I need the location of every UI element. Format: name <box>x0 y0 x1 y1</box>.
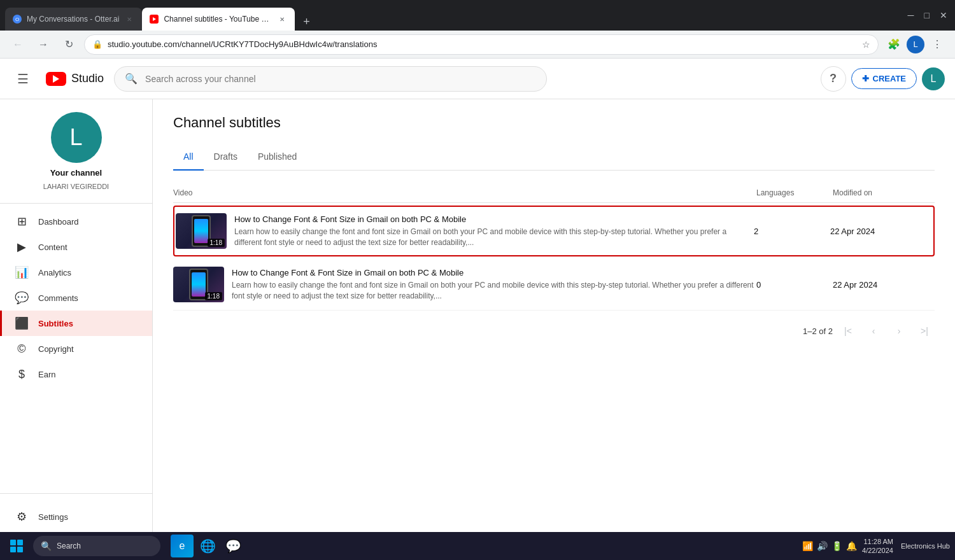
last-page-button[interactable]: >| <box>914 321 935 341</box>
extensions-button[interactable]: 🧩 <box>884 34 904 55</box>
studio-text: Studio <box>71 72 104 85</box>
chrome-icon: 🌐 <box>200 538 216 554</box>
taskbar-search[interactable]: 🔍 Search <box>33 536 160 556</box>
sidebar: L Your channel LAHARI VEGIREDDI ⊞ Dashbo… <box>0 99 153 560</box>
forward-button[interactable]: → <box>33 34 53 55</box>
modified-date-1: 22 Apr 2024 <box>830 227 932 236</box>
dashboard-icon: ⊞ <box>15 215 28 228</box>
notification-icon: 🔔 <box>846 541 857 551</box>
sidebar-item-earn[interactable]: $ Earn <box>0 361 152 387</box>
tab-youtube-studio[interactable]: Channel subtitles - YouTube St... ✕ <box>142 8 295 31</box>
lang-count-1: 2 <box>754 227 830 236</box>
channel-name: Your channel <box>50 168 102 178</box>
tab-close-yt[interactable]: ✕ <box>277 14 287 24</box>
analytics-icon: 📊 <box>15 266 28 279</box>
channel-avatar[interactable]: L <box>51 112 102 163</box>
channel-handle: LAHARI VEGIREDDI <box>43 183 109 190</box>
taskbar: 🔍 Search e 🌐 💬 📶 🔊 🔋 🔔 11:28 AM 4/22/202… <box>0 532 955 560</box>
brand-label: Electronics Hub <box>901 542 950 550</box>
sidebar-item-comments[interactable]: 💬 Comments <box>0 285 152 311</box>
taskbar-search-text: Search <box>57 542 81 550</box>
video-thumbnail-2: 1:18 <box>173 267 224 302</box>
video-desc-1: Learn how to easily change the font and … <box>234 227 754 248</box>
sidebar-label-subtitles: Subtitles <box>38 319 73 328</box>
tab-otter[interactable]: O My Conversations - Otter.ai ✕ <box>5 8 142 31</box>
volume-icon: 🔊 <box>817 541 828 551</box>
subtitles-icon: ⬛ <box>15 317 28 330</box>
main-layout: L Your channel LAHARI VEGIREDDI ⊞ Dashbo… <box>0 99 955 560</box>
create-button[interactable]: ✚ CREATE <box>851 68 917 89</box>
prev-page-button[interactable]: ‹ <box>863 321 884 341</box>
reload-button[interactable]: ↻ <box>59 34 79 55</box>
wifi-icon: 📶 <box>802 541 813 551</box>
taskbar-apps: e 🌐 💬 <box>171 535 244 557</box>
close-window-button[interactable]: ✕ <box>937 8 950 23</box>
search-icon: 🔍 <box>125 73 138 85</box>
sidebar-item-content[interactable]: ▶ Content <box>0 234 152 260</box>
video-thumbnail-1: 1:18 <box>176 213 227 249</box>
video-info-1: How to Change Font & Font Size in Gmail … <box>234 214 754 248</box>
hamburger-menu[interactable]: ☰ <box>10 66 36 92</box>
sidebar-label-copyright: Copyright <box>38 344 74 354</box>
nav-items: ⊞ Dashboard ▶ Content 📊 Analytics 💬 Comm… <box>0 204 152 488</box>
profile-button[interactable]: L <box>907 36 924 53</box>
sidebar-item-subtitles[interactable]: ⬛ Subtitles <box>0 311 152 336</box>
youtube-logo-icon <box>46 72 66 86</box>
copyright-icon: © <box>15 342 28 355</box>
address-bar[interactable]: 🔒 studio.youtube.com/channel/UCRtKY7TDoc… <box>84 34 879 55</box>
taskbar-app-edge[interactable]: e <box>171 535 194 557</box>
col-header-languages: Languages <box>756 188 833 197</box>
video-title-2: How to Change Font & Font Size in Gmail … <box>232 268 756 277</box>
settings-icon: ⚙ <box>15 510 28 523</box>
studio-logo[interactable]: Studio <box>46 72 104 86</box>
comments-icon: 💬 <box>15 291 28 304</box>
search-input[interactable] <box>145 74 536 84</box>
star-icon[interactable]: ☆ <box>862 39 870 50</box>
col-header-video: Video <box>173 188 756 197</box>
edge-icon: e <box>180 540 185 552</box>
taskbar-search-icon: 🔍 <box>41 541 52 551</box>
content-tabs: All Drafts Published <box>173 144 935 171</box>
tab-drafts[interactable]: Drafts <box>204 144 248 171</box>
back-button[interactable]: ← <box>8 34 28 55</box>
more-button[interactable]: ⋮ <box>927 34 947 55</box>
pagination-text: 1–2 of 2 <box>803 326 833 336</box>
minimize-button[interactable]: ─ <box>905 8 917 23</box>
window-controls: ─ □ ✕ <box>905 8 950 23</box>
table-header: Video Languages Modified on <box>173 183 935 203</box>
first-page-button[interactable]: |< <box>838 321 858 341</box>
table-row[interactable]: 1:18 How to Change Font & Font Size in G… <box>173 206 935 256</box>
taskbar-app-skype[interactable]: 💬 <box>222 535 244 557</box>
phone-screen-1 <box>194 219 208 243</box>
content-icon: ▶ <box>15 241 28 253</box>
new-tab-button[interactable]: + <box>297 13 315 31</box>
page-title: Channel subtitles <box>173 115 935 131</box>
table-row[interactable]: 1:18 How to Change Font & Font Size in G… <box>173 259 935 311</box>
lang-count-2: 0 <box>756 280 833 290</box>
app-header: ☰ Studio 🔍 ? ✚ CREATE L <box>0 59 955 99</box>
tab-close-otter[interactable]: ✕ <box>124 14 134 24</box>
user-avatar[interactable]: L <box>922 67 945 90</box>
sidebar-item-dashboard[interactable]: ⊞ Dashboard <box>0 209 152 234</box>
tab-published[interactable]: Published <box>248 144 308 171</box>
url-text: studio.youtube.com/channel/UCRtKY7TDocHy… <box>108 39 857 49</box>
sidebar-item-copyright[interactable]: © Copyright <box>0 336 152 361</box>
sidebar-item-settings[interactable]: ⚙ Settings <box>0 504 152 529</box>
sidebar-item-analytics[interactable]: 📊 Analytics <box>0 260 152 285</box>
tab-all[interactable]: All <box>173 144 204 171</box>
earn-icon: $ <box>15 368 28 381</box>
sidebar-divider <box>0 493 152 494</box>
header-actions: ? ✚ CREATE L <box>821 66 945 92</box>
create-label: CREATE <box>873 74 906 83</box>
maximize-button[interactable]: □ <box>922 8 932 23</box>
start-button[interactable] <box>5 535 28 557</box>
taskbar-app-chrome[interactable]: 🌐 <box>196 535 219 557</box>
taskbar-system-icons: 📶 🔊 🔋 🔔 <box>802 541 857 551</box>
search-bar[interactable]: 🔍 <box>114 66 547 92</box>
create-plus-icon: ✚ <box>862 74 869 83</box>
sidebar-label-analytics: Analytics <box>38 268 71 277</box>
help-button[interactable]: ? <box>821 66 846 92</box>
browser-controls: ← → ↻ 🔒 studio.youtube.com/channel/UCRtK… <box>0 31 955 59</box>
next-page-button[interactable]: › <box>889 321 909 341</box>
sidebar-label-settings: Settings <box>38 512 68 522</box>
